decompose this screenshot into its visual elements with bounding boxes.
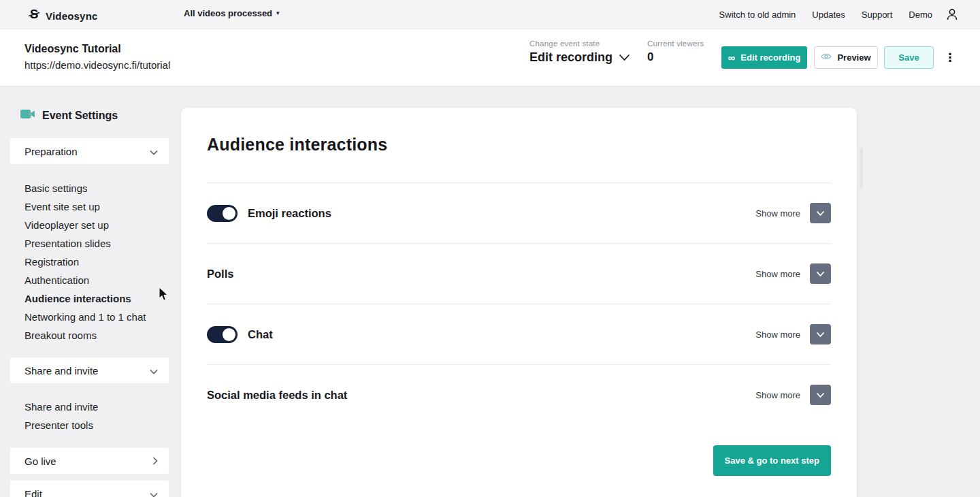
- show-more-link[interactable]: Show more: [755, 330, 800, 340]
- videosync-logo-icon: S: [27, 7, 41, 25]
- event-url[interactable]: https://demo.videosync.fi/tutorial: [24, 59, 170, 71]
- topbar: S Videosync All videos processed ▾ Switc…: [0, 0, 980, 29]
- feature-label: Chat: [248, 328, 273, 341]
- feature-row-emoji-reactions: Emoji reactions Show more: [207, 183, 831, 243]
- preview-button[interactable]: Preview: [814, 46, 878, 69]
- sidebar-item-authentication[interactable]: Authentication: [10, 271, 169, 289]
- sidebar-preparation-items: Basic settings Event site set up Videopl…: [10, 179, 169, 344]
- panel-footer: Save & go to next step: [207, 445, 831, 476]
- sidebar-share-items: Share and invite Presenter tools: [10, 398, 169, 434]
- feature-label: Emoji reactions: [248, 207, 331, 220]
- event-state-label: Change event state: [529, 39, 630, 48]
- chevron-right-icon: [152, 455, 158, 467]
- current-viewers-block: Current viewers 0: [647, 39, 704, 64]
- nav-switch-old-admin[interactable]: Switch to old admin: [719, 10, 796, 20]
- show-more-link[interactable]: Show more: [755, 269, 800, 279]
- feature-row-chat: Chat Show more: [207, 304, 831, 364]
- event-state-select[interactable]: Edit recording: [529, 50, 630, 65]
- chevron-down-icon: [150, 365, 158, 376]
- save-and-next-step-button[interactable]: Save & go to next step: [713, 445, 831, 476]
- chevron-down-icon: [150, 146, 158, 157]
- show-more-link[interactable]: Show more: [755, 208, 800, 219]
- show-more-link[interactable]: Show more: [755, 390, 800, 400]
- content-area: Event Settings Preparation Basic setting…: [0, 86, 980, 497]
- sidebar-section-edit[interactable]: Edit: [10, 481, 169, 497]
- sidebar-item-videoplayer-set-up[interactable]: Videoplayer set up: [10, 216, 169, 234]
- caret-down-icon: ▾: [276, 10, 280, 16]
- edit-recording-button[interactable]: ∞ Edit recording: [721, 46, 807, 69]
- toggle-knob: [223, 207, 235, 220]
- event-title: Videosync Tutorial: [24, 43, 170, 55]
- page-header: Videosync Tutorial https://demo.videosyn…: [0, 29, 980, 86]
- feature-row-social-media-feeds: Social media feeds in chat Show more: [207, 365, 831, 425]
- top-navigation: Switch to old admin Updates Support Demo: [719, 0, 932, 29]
- main-panel: Audience interactions Emoji reactions Sh…: [180, 107, 858, 497]
- expand-chevron-button[interactable]: [810, 263, 831, 284]
- current-viewers-label: Current viewers: [647, 39, 704, 48]
- sidebar-item-basic-settings[interactable]: Basic settings: [10, 179, 169, 197]
- current-viewers-count: 0: [647, 50, 704, 64]
- sidebar-item-presenter-tools[interactable]: Presenter tools: [10, 416, 169, 434]
- page-title: Audience interactions: [207, 108, 831, 155]
- save-button[interactable]: Save: [884, 46, 934, 69]
- event-state-value: Edit recording: [529, 50, 612, 65]
- sidebar-title-label: Event Settings: [42, 110, 118, 122]
- sidebar-item-audience-interactions[interactable]: Audience interactions: [10, 289, 169, 308]
- user-icon[interactable]: [945, 7, 960, 22]
- brand[interactable]: S Videosync: [27, 7, 98, 25]
- sidebar-item-event-site-set-up[interactable]: Event site set up: [10, 197, 169, 216]
- expand-chevron-button[interactable]: [810, 385, 831, 405]
- nav-demo[interactable]: Demo: [909, 10, 932, 20]
- videos-processed-dropdown[interactable]: All videos processed ▾: [184, 8, 280, 18]
- videos-processed-label: All videos processed: [184, 8, 272, 18]
- brand-name: Videosync: [46, 10, 98, 22]
- video-camera-icon: [20, 109, 35, 122]
- section-preparation-label: Preparation: [24, 146, 78, 157]
- emoji-reactions-toggle[interactable]: [207, 205, 238, 222]
- expand-chevron-button[interactable]: [810, 203, 831, 223]
- feature-label: Social media feeds in chat: [207, 389, 347, 402]
- sidebar-item-presentation-slides[interactable]: Presentation slides: [10, 234, 169, 253]
- preview-button-label: Preview: [837, 52, 870, 63]
- chevron-down-icon: [619, 50, 630, 65]
- save-button-label: Save: [898, 52, 919, 63]
- chevron-down-icon: [150, 488, 158, 497]
- event-state-block: Change event state Edit recording: [529, 39, 630, 65]
- section-go-live-label: Go live: [24, 455, 56, 467]
- sidebar-section-preparation[interactable]: Preparation: [10, 138, 169, 164]
- event-info: Videosync Tutorial https://demo.videosyn…: [24, 43, 170, 71]
- feature-label: Polls: [207, 268, 233, 280]
- sidebar-item-share-and-invite[interactable]: Share and invite: [10, 398, 169, 416]
- nav-support[interactable]: Support: [862, 10, 893, 20]
- recording-icon: ∞: [728, 52, 736, 63]
- more-options-kebab-icon[interactable]: ⋮: [943, 46, 957, 69]
- feature-row-polls: Polls Show more: [207, 244, 831, 304]
- toggle-knob: [223, 328, 235, 341]
- edit-recording-button-label: Edit recording: [740, 52, 800, 63]
- nav-updates[interactable]: Updates: [812, 10, 845, 20]
- scrollbar-thumb[interactable]: [860, 148, 863, 189]
- sidebar-item-breakout-rooms[interactable]: Breakout rooms: [10, 326, 169, 344]
- chat-toggle[interactable]: [207, 326, 238, 343]
- sidebar-section-go-live[interactable]: Go live: [10, 448, 169, 474]
- sidebar-item-registration[interactable]: Registration: [10, 253, 169, 271]
- eye-icon: [821, 52, 832, 63]
- expand-chevron-button[interactable]: [810, 324, 831, 344]
- section-share-label: Share and invite: [24, 365, 98, 376]
- sidebar-section-share-and-invite[interactable]: Share and invite: [10, 357, 169, 383]
- sidebar-item-networking-1to1-chat[interactable]: Networking and 1 to 1 chat: [10, 308, 169, 326]
- section-edit-label: Edit: [24, 488, 42, 497]
- sidebar-title: Event Settings: [20, 109, 118, 122]
